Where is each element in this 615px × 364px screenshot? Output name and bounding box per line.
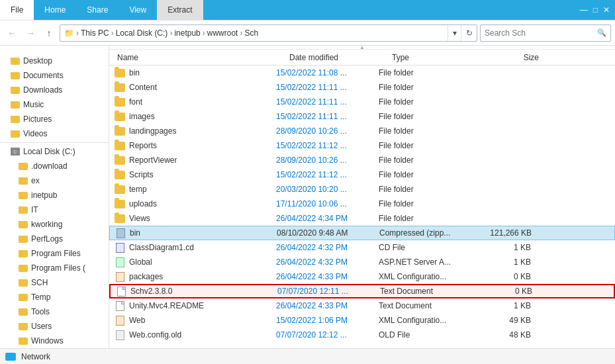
cell-name: Views: [115, 213, 276, 224]
file-row[interactable]: Scripts 15/02/2022 11:12 ... File folder: [109, 167, 615, 182]
address-dropdown-btn[interactable]: ▾: [448, 25, 461, 41]
old-icon: [116, 330, 124, 340]
sidebar-item-inetpub[interactable]: inetpub: [0, 188, 109, 203]
sidebar-item-music[interactable]: Music: [0, 97, 109, 112]
cell-size: 1 KB: [471, 257, 531, 267]
sidebar-item-programfiles2[interactable]: Program Files (: [0, 261, 109, 275]
sidebar-item-ex[interactable]: ex: [0, 173, 109, 188]
close-icon[interactable]: ✕: [603, 5, 610, 15]
sidebar-item-it[interactable]: IT: [0, 203, 109, 217]
cell-type: XML Configuratio...: [379, 316, 471, 325]
sidebar-item-programfiles[interactable]: Program Files: [0, 246, 109, 261]
file-name: Views: [129, 214, 150, 223]
file-row[interactable]: Web 15/02/2022 1:06 PM XML Configuratio.…: [109, 313, 615, 328]
folder-icon: [19, 177, 28, 185]
file-row[interactable]: packages 26/04/2022 4:33 PM XML Configur…: [109, 269, 615, 284]
file-header: Name Date modified Type Size: [109, 50, 615, 66]
search-box[interactable]: 🔍: [480, 24, 611, 42]
cell-type: File folder: [379, 97, 471, 107]
file-row[interactable]: bin 15/02/2022 11:08 ... File folder: [109, 66, 615, 80]
sidebar-item-desktop[interactable]: Desktop: [0, 54, 109, 68]
col-date-header[interactable]: Date modified: [287, 53, 389, 62]
tab-extract[interactable]: Extract: [157, 0, 203, 20]
file-name: ReportViewer: [129, 156, 177, 165]
file-row[interactable]: font 15/02/2022 11:11 ... File folder: [109, 95, 615, 109]
file-row[interactable]: Views 26/04/2022 4:34 PM File folder: [109, 211, 615, 226]
sidebar-label-downloads: Downloads: [23, 85, 62, 95]
folder-icon: [115, 200, 125, 208]
file-icon: [115, 271, 125, 282]
cell-name: Web.config.old: [115, 330, 276, 340]
file-row[interactable]: ReportViewer 28/09/2020 10:26 ... File f…: [109, 153, 615, 167]
sidebar-label-perflogs: PerfLogs: [31, 234, 63, 244]
tab-home[interactable]: Home: [34, 0, 76, 20]
sidebar-item-users[interactable]: Users: [0, 319, 109, 334]
file-row[interactable]: uploads 17/11/2020 10:06 ... File folder: [109, 197, 615, 211]
sidebar-item-kworking[interactable]: kworking: [0, 217, 109, 232]
sidebar-label-programfiles2: Program Files (: [31, 263, 85, 273]
folder-icon: [11, 72, 20, 79]
cell-type: File folder: [379, 68, 471, 77]
tab-file[interactable]: File: [0, 0, 34, 20]
cell-date: 15/02/2022 11:12 ...: [276, 170, 379, 179]
file-icon: [115, 199, 125, 209]
file-row[interactable]: Content 15/02/2022 11:11 ... File folder: [109, 80, 615, 95]
folder-icon: [115, 127, 125, 136]
breadcrumb-sep3: ›: [169, 28, 172, 38]
file-row[interactable]: bin 08/10/2020 9:48 AM Compressed (zipp.…: [109, 226, 615, 240]
cell-name: bin: [115, 228, 277, 238]
file-name: Unity.Mvc4.README: [129, 301, 204, 310]
file-row[interactable]: Unity.Mvc4.README 26/04/2022 4:33 PM Tex…: [109, 298, 615, 313]
cell-date: 15/02/2022 11:11 ...: [276, 83, 379, 92]
search-input[interactable]: [485, 28, 597, 38]
minimize-icon[interactable]: —: [580, 5, 588, 15]
file-row[interactable]: ClassDiagram1.cd 26/04/2022 4:32 PM CD F…: [109, 240, 615, 255]
sidebar-label-pictures: Pictures: [23, 114, 52, 124]
title-bar: File Home Share View Extract — □ ✕: [0, 0, 615, 20]
sidebar-item-windows[interactable]: Windows: [0, 334, 109, 348]
up-button[interactable]: ↑: [41, 25, 57, 41]
forward-button[interactable]: →: [23, 25, 38, 41]
search-icon: 🔍: [597, 28, 606, 37]
folder-icon: [11, 87, 20, 94]
status-network: 🌐 Network: [5, 352, 50, 361]
sidebar-item-perflogs[interactable]: PerfLogs: [0, 232, 109, 246]
file-row[interactable]: landingpages 28/09/2020 10:26 ... File f…: [109, 124, 615, 138]
sidebar-item-pictures[interactable]: Pictures: [0, 112, 109, 126]
col-name-header[interactable]: Name: [115, 53, 287, 62]
col-type-header[interactable]: Type: [389, 53, 482, 62]
sidebar-item-download[interactable]: .download: [0, 159, 109, 173]
file-row[interactable]: Web.config.old 07/07/2020 12:12 ... OLD …: [109, 328, 615, 342]
cell-name: Reports: [115, 140, 276, 151]
sidebar-item-localdisk[interactable]: C Local Disk (C:): [0, 144, 109, 159]
sidebar-label-tools: Tools: [31, 307, 50, 316]
tab-share[interactable]: Share: [76, 0, 118, 20]
main-area: Desktop Documents Downloads Music Pictur…: [0, 46, 615, 348]
file-icon: [116, 286, 126, 296]
tab-view[interactable]: View: [118, 0, 157, 20]
file-row[interactable]: Reports 15/02/2022 11:12 ... File folder: [109, 138, 615, 153]
sidebar-item-sch[interactable]: SCH: [0, 275, 109, 290]
folder-icon: [19, 206, 28, 214]
file-row[interactable]: images 15/02/2022 11:11 ... File folder: [109, 109, 615, 124]
sidebar-item-tools[interactable]: Tools: [0, 304, 109, 319]
sidebar-item-temp[interactable]: Temp: [0, 290, 109, 304]
maximize-icon[interactable]: □: [593, 5, 598, 15]
sidebar-label-programfiles: Program Files: [31, 249, 81, 258]
status-network-label: Network: [21, 352, 50, 361]
file-row[interactable]: Schv2.3.8.0 07/07/2020 12:11 ... Text Do…: [109, 284, 615, 298]
refresh-button[interactable]: ↻: [461, 25, 477, 41]
back-button[interactable]: ←: [4, 25, 20, 41]
file-row[interactable]: Global 26/04/2022 4:32 PM ASP.NET Server…: [109, 255, 615, 269]
folder-icon: [11, 58, 20, 65]
cell-date: 17/11/2020 10:06 ...: [276, 199, 379, 208]
file-row[interactable]: temp 20/03/2020 10:20 ... File folder: [109, 182, 615, 197]
sidebar-item-videos[interactable]: Videos: [0, 126, 109, 141]
sidebar-item-downloads[interactable]: Downloads: [0, 83, 109, 97]
col-size-header[interactable]: Size: [482, 53, 542, 62]
file-icon: [115, 213, 125, 224]
sidebar-item-documents[interactable]: Documents: [0, 68, 109, 83]
sidebar-label-ex: ex: [31, 176, 40, 185]
cell-type: File folder: [379, 185, 471, 194]
address-box[interactable]: 📁 › This PC › Local Disk (C:) › inetpub …: [60, 24, 477, 42]
